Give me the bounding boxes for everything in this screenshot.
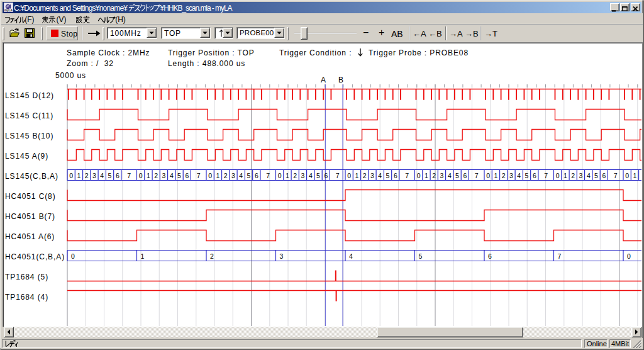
svg-text:2: 2	[293, 172, 297, 179]
svg-text:0: 0	[556, 172, 560, 179]
svg-text:5: 5	[455, 172, 459, 179]
svg-text:5: 5	[108, 172, 112, 179]
svg-text:1: 1	[141, 252, 145, 260]
svg-text:4: 4	[239, 172, 243, 179]
svg-text:2: 2	[224, 172, 228, 179]
svg-text:6: 6	[488, 252, 492, 260]
svg-text:7: 7	[544, 172, 548, 179]
svg-text:7: 7	[336, 172, 340, 179]
svg-text:4: 4	[100, 172, 104, 179]
svg-text:5: 5	[247, 172, 251, 179]
svg-text:0: 0	[486, 172, 490, 179]
svg-text:4: 4	[309, 172, 313, 179]
svg-text:7: 7	[127, 172, 131, 179]
svg-text:7: 7	[614, 172, 618, 179]
svg-text:3: 3	[231, 172, 235, 179]
svg-text:7: 7	[558, 252, 562, 260]
svg-text:5: 5	[386, 172, 390, 179]
svg-text:2: 2	[571, 172, 575, 179]
svg-text:2: 2	[363, 172, 367, 179]
svg-text:0: 0	[69, 172, 73, 179]
svg-text:5: 5	[419, 252, 423, 260]
svg-text:4: 4	[349, 252, 353, 260]
svg-text:2: 2	[432, 172, 436, 179]
svg-text:1: 1	[355, 172, 358, 179]
svg-text:4: 4	[378, 172, 382, 179]
svg-text:6: 6	[185, 172, 189, 179]
svg-text:1: 1	[425, 172, 428, 179]
svg-text:0: 0	[71, 252, 75, 260]
svg-text:6: 6	[116, 172, 119, 179]
svg-text:0: 0	[625, 172, 629, 179]
svg-text:5: 5	[316, 172, 320, 179]
svg-text:6: 6	[463, 172, 467, 179]
svg-text:3: 3	[301, 172, 305, 179]
svg-text:7: 7	[197, 172, 201, 179]
svg-text:6: 6	[255, 172, 258, 179]
svg-text:0: 0	[208, 172, 212, 179]
svg-text:3: 3	[92, 172, 96, 179]
svg-text:4: 4	[170, 172, 174, 179]
svg-text:0: 0	[278, 172, 282, 179]
svg-text:4: 4	[448, 172, 452, 179]
svg-text:3: 3	[579, 172, 583, 179]
svg-text:0: 0	[627, 252, 631, 260]
svg-text:3: 3	[162, 172, 166, 179]
svg-text:1: 1	[286, 172, 289, 179]
svg-text:1: 1	[77, 172, 80, 179]
svg-text:6: 6	[394, 172, 397, 179]
svg-text:3: 3	[509, 172, 513, 179]
svg-text:4: 4	[517, 172, 521, 179]
svg-text:5: 5	[177, 172, 181, 179]
svg-text:6: 6	[324, 172, 328, 179]
svg-text:6: 6	[602, 172, 606, 179]
svg-text:7: 7	[405, 172, 409, 179]
svg-text:3: 3	[280, 252, 284, 260]
svg-text:0: 0	[139, 172, 143, 179]
svg-text:1: 1	[216, 172, 219, 179]
svg-text:5: 5	[594, 172, 598, 179]
svg-text:2: 2	[502, 172, 506, 179]
svg-text:1: 1	[494, 172, 497, 179]
svg-text:1: 1	[564, 172, 567, 179]
svg-text:0: 0	[347, 172, 351, 179]
svg-text:2: 2	[85, 172, 89, 179]
svg-text:2: 2	[154, 172, 158, 179]
svg-text:0: 0	[417, 172, 421, 179]
svg-text:1: 1	[147, 172, 150, 179]
svg-text:2: 2	[210, 252, 214, 260]
svg-text:5: 5	[525, 172, 529, 179]
svg-text:3: 3	[440, 172, 444, 179]
svg-text:1: 1	[633, 172, 636, 179]
svg-text:7: 7	[266, 172, 270, 179]
svg-text:4: 4	[587, 172, 591, 179]
svg-text:7: 7	[475, 172, 479, 179]
svg-text:6: 6	[533, 172, 536, 179]
svg-text:3: 3	[370, 172, 374, 179]
